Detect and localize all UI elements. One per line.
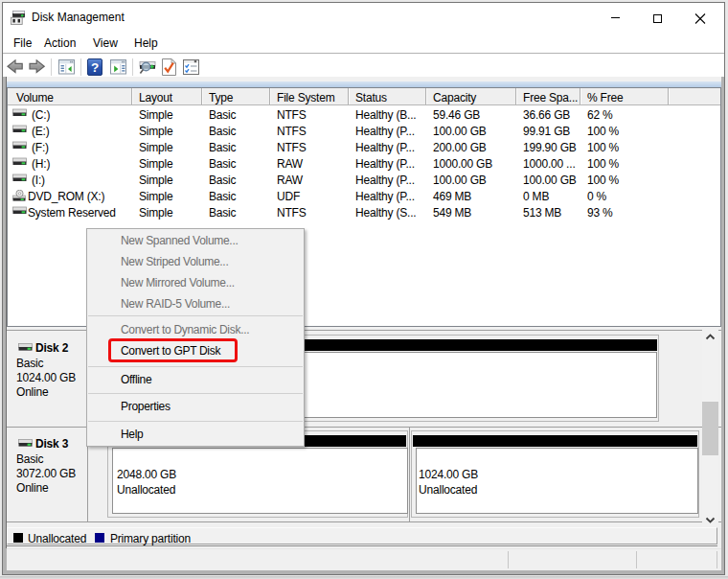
- svg-text:?: ?: [91, 60, 99, 75]
